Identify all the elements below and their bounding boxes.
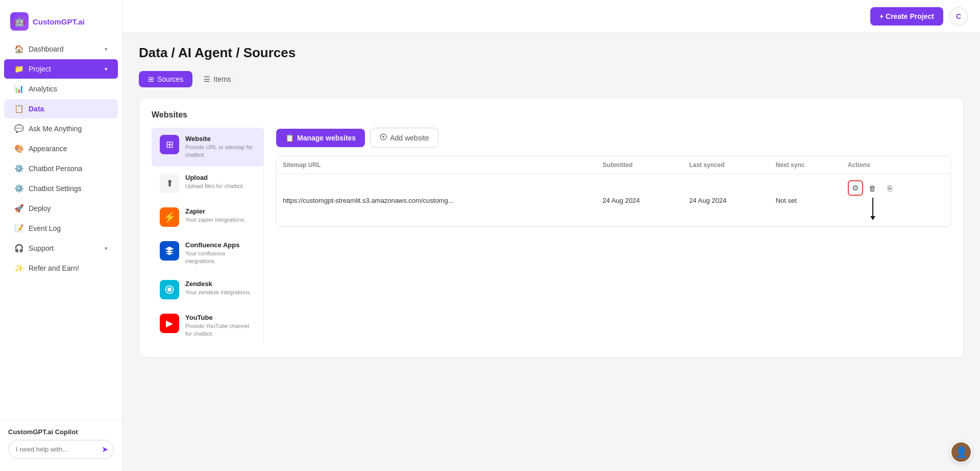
chevron-down-icon: ▾ <box>105 46 108 53</box>
manage-websites-button[interactable]: 📋 Manage websites <box>276 129 365 147</box>
col-submitted: Submitted <box>597 156 683 174</box>
confluence-icon <box>160 241 179 261</box>
svg-point-0 <box>167 287 172 291</box>
source-item-zapier[interactable]: ⚡ Zapier Your zapier integrations. <box>152 200 263 234</box>
copilot-input[interactable] <box>16 445 102 453</box>
upload-icon: ⬆ <box>160 174 179 193</box>
sidebar: 🤖 CustomGPT.ai 🏠 Dashboard ▾ 📁 Project ▾… <box>0 0 122 471</box>
arrow-line <box>872 198 873 216</box>
sidebar-item-label: Refer and Earn! <box>29 264 79 272</box>
main-area: + Create Project C Data / AI Agent / Sou… <box>122 0 980 471</box>
sidebar-item-label: Event Log <box>29 224 61 232</box>
tab-items-label: Items <box>213 75 231 83</box>
appearance-icon: 🎨 <box>14 144 23 153</box>
settings-icon: ⚙️ <box>14 184 23 193</box>
sidebar-item-data[interactable]: 📋 Data <box>4 99 118 119</box>
action-group: ⚙ 🗑 ⎘ <box>848 180 944 220</box>
sidebar-item-event-log[interactable]: 📝 Event Log <box>4 219 118 238</box>
source-desc-zapier: Your zapier integrations. <box>185 216 246 224</box>
col-next-sync: Next sync <box>770 156 842 174</box>
copilot-send-button[interactable]: ➤ <box>102 444 108 454</box>
zendesk-icon <box>160 280 179 299</box>
create-project-button[interactable]: + Create Project <box>870 7 943 26</box>
sidebar-item-deploy[interactable]: 🚀 Deploy <box>4 199 118 218</box>
source-desc-website: Provide URL or sitemap for chatbot. <box>185 144 255 159</box>
user-initial: C <box>956 12 961 20</box>
cell-actions: ⚙ 🗑 ⎘ <box>842 174 950 227</box>
table-row: https://customgpt-streamlit.s3.amazonaws… <box>277 174 950 227</box>
add-website-button[interactable]: Add website <box>370 128 438 148</box>
sidebar-item-ask-me-anything[interactable]: 💬 Ask Me Anything <box>4 119 118 138</box>
sidebar-item-appearance[interactable]: 🎨 Appearance <box>4 139 118 158</box>
user-avatar-button[interactable]: C <box>949 7 968 26</box>
chevron-down-icon: ▾ <box>105 245 108 252</box>
copilot-title: CustomGPT.ai Copilot <box>8 428 114 436</box>
tab-sources-label: Sources <box>157 75 183 83</box>
source-item-upload[interactable]: ⬆ Upload Upload files for chatbot. <box>152 167 263 200</box>
avatar[interactable]: 👤 <box>950 441 972 463</box>
source-title-website: Website <box>185 135 255 143</box>
source-title-zapier: Zapier <box>185 207 246 215</box>
sidebar-item-label: Analytics <box>29 85 57 93</box>
sidebar-item-label: Chatbot Settings <box>29 184 82 193</box>
source-item-youtube[interactable]: ▶ YouTube Provide YouTube channel for ch… <box>152 307 263 345</box>
source-item-confluence[interactable]: Confluence Apps Your confluence integrat… <box>152 234 263 273</box>
chevron-down-icon: ▾ <box>105 66 108 73</box>
source-item-website[interactable]: ⊞ Website Provide URL or sitemap for cha… <box>152 128 263 167</box>
sidebar-item-label: Deploy <box>29 204 51 213</box>
website-table-container: Sitemap URL Submitted Last synced Next s… <box>276 156 951 227</box>
items-tab-icon: ☰ <box>204 75 210 83</box>
manage-icon: 📋 <box>285 134 294 142</box>
source-title-upload: Upload <box>185 174 244 181</box>
website-icon: ⊞ <box>160 135 179 154</box>
sources-list: ⊞ Website Provide URL or sitemap for cha… <box>152 128 264 345</box>
source-title-confluence: Confluence Apps <box>185 241 255 249</box>
sidebar-item-chatbot-settings[interactable]: ⚙️ Chatbot Settings <box>4 179 118 198</box>
manage-websites-label: Manage websites <box>297 134 356 142</box>
sidebar-logo: 🤖 CustomGPT.ai <box>0 8 122 39</box>
sidebar-nav: 🏠 Dashboard ▾ 📁 Project ▾ 📊 Analytics 📋 … <box>0 39 122 415</box>
panel-actions: 📋 Manage websites Add website <box>276 128 951 148</box>
data-icon: 📋 <box>14 104 23 113</box>
tab-items[interactable]: ☰ Items <box>194 71 240 87</box>
cell-next-sync: Not set <box>770 174 842 227</box>
arrow-annotation <box>870 198 875 220</box>
sidebar-item-chatbot-persona[interactable]: ⚙️ Chatbot Persona <box>4 159 118 178</box>
sidebar-item-dashboard[interactable]: 🏠 Dashboard ▾ <box>4 39 118 59</box>
sidebar-item-label: Ask Me Anything <box>29 125 82 133</box>
source-desc-zendesk: Your zendesk integrations. <box>185 289 251 296</box>
source-title-zendesk: Zendesk <box>185 280 251 288</box>
chat-icon: 💬 <box>14 124 23 133</box>
log-icon: 📝 <box>14 224 23 233</box>
col-last-synced: Last synced <box>683 156 770 174</box>
analytics-icon: 📊 <box>14 84 23 93</box>
copy-action-button[interactable]: ⎘ <box>883 180 898 196</box>
website-table: Sitemap URL Submitted Last synced Next s… <box>277 156 950 227</box>
page-title: Data / AI Agent / Sources <box>139 45 964 61</box>
home-icon: 🏠 <box>14 44 23 54</box>
sidebar-item-refer[interactable]: ✨ Refer and Earn! <box>4 258 118 278</box>
cell-submitted: 24 Aug 2024 <box>597 174 683 227</box>
project-icon: 📁 <box>14 64 23 74</box>
tab-sources[interactable]: ⊞ Sources <box>139 71 192 87</box>
sources-tab-icon: ⊞ <box>148 75 154 83</box>
websites-title: Websites <box>152 110 951 120</box>
sidebar-item-analytics[interactable]: 📊 Analytics <box>4 79 118 99</box>
copilot-section: CustomGPT.ai Copilot ➤ <box>0 419 122 463</box>
add-website-label: Add website <box>390 134 429 142</box>
avatar-emoji: 👤 <box>955 446 968 458</box>
col-actions: Actions <box>842 156 950 174</box>
logo-icon: 🤖 <box>10 12 29 31</box>
source-item-zendesk[interactable]: Zendesk Your zendesk integrations. <box>152 273 263 307</box>
zapier-icon: ⚡ <box>160 207 179 227</box>
sidebar-item-support[interactable]: 🎧 Support ▾ <box>4 239 118 258</box>
copilot-input-wrapper: ➤ <box>8 440 114 459</box>
sidebar-item-project[interactable]: 📁 Project ▾ <box>4 59 118 79</box>
cell-last-synced: 24 Aug 2024 <box>683 174 770 227</box>
sidebar-item-label: Chatbot Persona <box>29 164 82 173</box>
delete-action-button[interactable]: 🗑 <box>865 180 880 196</box>
logo-text: CustomGPT.ai <box>33 17 85 26</box>
settings-action-button[interactable]: ⚙ <box>848 180 863 196</box>
source-desc-youtube: Provide YouTube channel for chatbot. <box>185 322 255 338</box>
websites-section: Websites ⊞ Website Provide URL or sitema… <box>139 98 964 358</box>
